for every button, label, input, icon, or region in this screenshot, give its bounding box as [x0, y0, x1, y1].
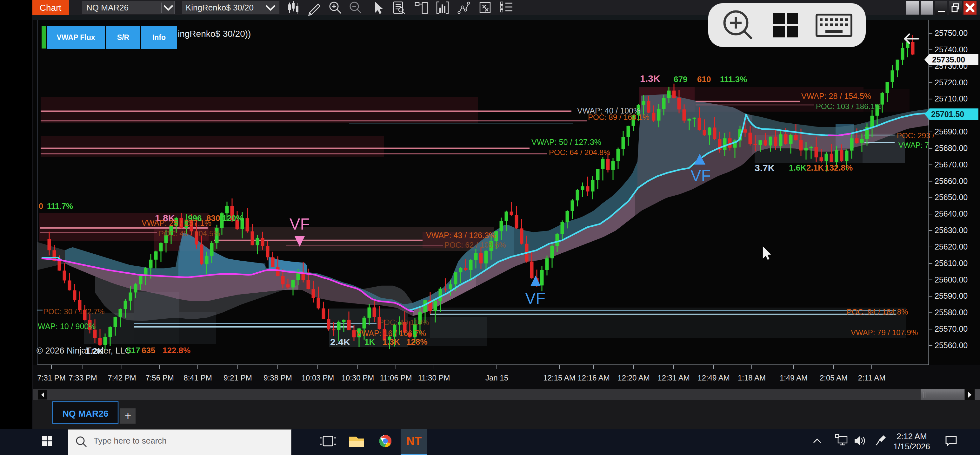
svg-text:25701.50: 25701.50 [931, 110, 964, 119]
svg-text:© 2026 NinjaTrader, LLC: © 2026 NinjaTrader, LLC [37, 346, 131, 355]
svg-text:9:21 PM: 9:21 PM [223, 374, 252, 382]
svg-text:2:12 AM: 2:12 AM [897, 431, 927, 441]
svg-text:2.4K: 2.4K [330, 337, 350, 347]
svg-text:11:30 PM: 11:30 PM [418, 374, 450, 382]
svg-text:NQ MAR26: NQ MAR26 [86, 3, 129, 13]
svg-text:KingRenko$ 30/20: KingRenko$ 30/20 [186, 3, 254, 13]
svg-text:25750.00: 25750.00 [935, 29, 967, 37]
svg-text:0: 0 [39, 202, 43, 211]
svg-text:VF: VF [525, 290, 546, 307]
svg-text:12:20 AM: 12:20 AM [617, 374, 649, 382]
svg-text:ingRenko$ 30/20)): ingRenko$ 30/20)) [178, 29, 251, 39]
svg-text:11:06 PM: 11:06 PM [380, 374, 412, 382]
svg-text:12:31 AM: 12:31 AM [657, 374, 689, 382]
svg-text:8:41 PM: 8:41 PM [183, 374, 212, 382]
svg-text:Chart: Chart [40, 3, 62, 13]
svg-text:25690.00: 25690.00 [935, 127, 967, 136]
svg-text:679: 679 [674, 75, 687, 84]
svg-text:111.3%: 111.3% [720, 75, 747, 84]
svg-text:25610.00: 25610.00 [935, 259, 967, 268]
svg-text:3.7K: 3.7K [755, 163, 775, 173]
svg-text:VWAP: 28 / 154.5%: VWAP: 28 / 154.5% [801, 92, 871, 100]
svg-text:NQ MAR26: NQ MAR26 [62, 409, 108, 419]
svg-text:POC: 30 / 172.7%: POC: 30 / 172.7% [43, 307, 105, 316]
svg-text:VWAP: 79 / 107.9%: VWAP: 79 / 107.9% [851, 328, 918, 337]
svg-text:7:33 PM: 7:33 PM [68, 374, 97, 382]
svg-text:635: 635 [142, 346, 155, 355]
svg-text:7:56 PM: 7:56 PM [145, 374, 173, 382]
svg-text:25630.00: 25630.00 [935, 226, 967, 235]
svg-text:Jan 15: Jan 15 [485, 374, 508, 382]
svg-text:7:42 PM: 7:42 PM [108, 374, 136, 382]
svg-text:122.8%: 122.8% [162, 346, 191, 355]
svg-text:VWAP Flux: VWAP Flux [57, 33, 95, 41]
svg-text:610: 610 [697, 75, 711, 84]
svg-text:Info: Info [153, 33, 166, 41]
svg-text:25650.00: 25650.00 [935, 193, 967, 202]
svg-text:128%: 128% [406, 337, 428, 347]
svg-text:132.8%: 132.8% [825, 163, 853, 173]
svg-text:1.2K: 1.2K [85, 346, 104, 356]
svg-text:10:03 PM: 10:03 PM [302, 374, 334, 382]
svg-text:120%: 120% [222, 213, 243, 223]
svg-text:POC: 89 / 168.1%: POC: 89 / 168.1% [588, 113, 649, 121]
svg-text:POC: 64 / 204.8%: POC: 64 / 204.8% [549, 148, 610, 157]
svg-text:25590.00: 25590.00 [935, 292, 967, 300]
svg-text:25560.00: 25560.00 [935, 341, 967, 350]
svg-text:25620.00: 25620.00 [935, 242, 967, 251]
svg-text:1:18 AM: 1:18 AM [738, 374, 766, 382]
svg-text:25660.00: 25660.00 [935, 177, 967, 185]
svg-text:12:15 AM: 12:15 AM [543, 374, 575, 382]
svg-text:1:49 AM: 1:49 AM [780, 374, 808, 382]
svg-text:12:49 AM: 12:49 AM [697, 374, 730, 382]
svg-text:25570.00: 25570.00 [935, 324, 967, 333]
svg-text:25680.00: 25680.00 [935, 144, 967, 152]
svg-text:NT: NT [406, 435, 422, 448]
svg-text:POC: 45 / 104.5%: POC: 45 / 104.5% [159, 229, 220, 238]
svg-text:Type here to search: Type here to search [94, 436, 167, 445]
svg-text:25640.00: 25640.00 [935, 209, 967, 218]
svg-text:VF: VF [290, 215, 310, 233]
svg-text:25580.00: 25580.00 [935, 308, 967, 317]
svg-text:POC: 62 / 108.6%: POC: 62 / 108.6% [444, 241, 506, 249]
svg-text:9:38 PM: 9:38 PM [264, 374, 292, 382]
svg-text:2.1K: 2.1K [807, 163, 824, 173]
svg-text:12:16 AM: 12:16 AM [578, 374, 609, 382]
svg-text:S/R: S/R [117, 33, 129, 41]
svg-text:POC: 40 119%: POC: 40 119% [379, 318, 429, 327]
svg-text:7:31 PM: 7:31 PM [37, 374, 65, 382]
svg-text:25735.00: 25735.00 [932, 55, 965, 64]
svg-text:VWAP: 50 / 127.3%: VWAP: 50 / 127.3% [531, 138, 601, 146]
svg-text:25740.00: 25740.00 [935, 45, 967, 54]
svg-text:517: 517 [126, 346, 140, 355]
svg-text:2:11 AM: 2:11 AM [858, 374, 885, 382]
svg-text:25710.00: 25710.00 [935, 94, 967, 103]
svg-text:VWAP: 25 / 257.1%: VWAP: 25 / 257.1% [142, 219, 212, 227]
svg-text:VWAP: 16 / 166.7%: VWAP: 16 / 166.7% [356, 329, 426, 338]
svg-text:POC: 103 / 186.1%: POC: 103 / 186.1% [816, 102, 881, 111]
svg-text:+: + [124, 409, 131, 422]
svg-text:10:30 PM: 10:30 PM [342, 374, 374, 382]
svg-text:1.6K: 1.6K [789, 163, 807, 173]
svg-text:1K: 1K [364, 337, 375, 347]
svg-text:VWAP: 43 / 126.3%: VWAP: 43 / 126.3% [426, 231, 496, 240]
svg-text:1.3K: 1.3K [383, 337, 400, 347]
svg-text:POC: 94 / 184.8%: POC: 94 / 184.8% [847, 308, 908, 316]
svg-text:25600.00: 25600.00 [935, 275, 967, 284]
svg-text:25670.00: 25670.00 [935, 160, 967, 169]
svg-text:WAP: 10 / 900%: WAP: 10 / 900% [38, 322, 96, 331]
svg-text:1/15/2026: 1/15/2026 [893, 442, 930, 451]
svg-text:VF: VF [690, 167, 711, 184]
svg-text:1.3K: 1.3K [640, 73, 660, 84]
svg-text:111.7%: 111.7% [47, 202, 73, 211]
svg-text:2:05 AM: 2:05 AM [820, 374, 848, 382]
svg-text:VWAP: 7: VWAP: 7 [899, 141, 929, 149]
svg-text:25720.00: 25720.00 [935, 78, 967, 87]
